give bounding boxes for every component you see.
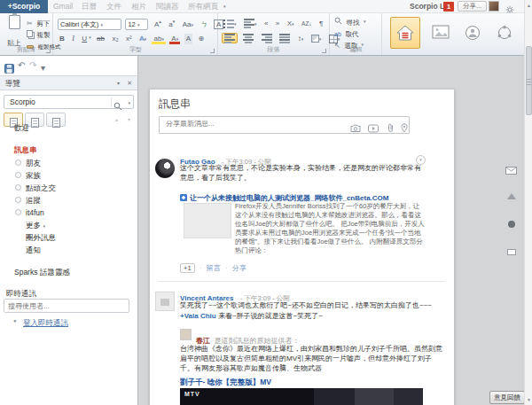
align-right-button[interactable]	[260, 34, 274, 44]
link-title[interactable]: 让一个从未接触过电脑的人测试浏览器_网络软件_cnBeta.COM	[190, 194, 388, 202]
share-button[interactable]: 分享...	[458, 1, 487, 12]
sidebar-item-friends[interactable]: 朋友	[26, 158, 41, 168]
plus-one-button[interactable]: +1	[180, 263, 195, 273]
chat-signin-link[interactable]: 登入即時通訊	[23, 317, 68, 328]
scroll-down-arrow-icon[interactable]: ▼	[525, 397, 532, 402]
video-link[interactable]: 劉子千- 唸你【完整版】MV	[180, 378, 271, 388]
outdent-button[interactable]: «	[262, 19, 270, 29]
highlight-button[interactable]: ab▾	[152, 34, 165, 44]
align-center-button[interactable]	[241, 34, 255, 44]
menu-more-caret-icon[interactable]: ▾	[223, 0, 226, 13]
avatar[interactable]	[155, 159, 175, 178]
pane-menu-caret-icon[interactable]: ▾	[117, 76, 120, 90]
italic-button[interactable]: I	[70, 34, 76, 44]
menu-docs[interactable]: 文件	[106, 0, 121, 13]
copy-button[interactable]: 複製	[27, 27, 50, 38]
scrollbar-thumb[interactable]	[526, 46, 532, 115]
qat-caret-icon[interactable]: ▾	[41, 63, 45, 74]
rail-scroll-top-icon[interactable]	[507, 193, 516, 199]
profile-button[interactable]	[458, 17, 488, 49]
chat-search-input[interactable]	[4, 299, 129, 313]
sidebar-item-stream[interactable]: 訊息串	[14, 144, 37, 155]
justify-button[interactable]	[278, 34, 292, 44]
home-button[interactable]	[390, 17, 420, 49]
paragraph-dialog-launcher[interactable]	[322, 49, 326, 53]
undo-button[interactable]: ↶	[18, 60, 25, 71]
link-thumbnail[interactable]	[184, 203, 231, 238]
find-button[interactable]: 尋找 ▾	[334, 15, 365, 26]
ribbon-group-clipboard: 貼上 ▾ ✂ 剪下 複製 複製格式 剪貼簿	[0, 13, 53, 55]
enclose-characters-button[interactable]: ⊕	[196, 34, 206, 44]
menu-calendar[interactable]: 日曆	[82, 0, 97, 13]
prev-result-arrow-icon[interactable]: ▴	[115, 116, 118, 122]
strikethrough-button[interactable]: ab	[95, 34, 106, 44]
replace-button[interactable]: ab 取代	[334, 27, 358, 37]
menu-gmail[interactable]: Gmail	[53, 0, 73, 13]
pane-search-input[interactable]	[8, 97, 97, 107]
bullets-button[interactable]: ▾	[222, 19, 239, 29]
comment-link[interactable]: 留言	[207, 264, 221, 272]
location-icon[interactable]	[401, 121, 408, 136]
share-link[interactable]: 分享	[232, 264, 246, 272]
menu-photos[interactable]: 相片	[131, 0, 146, 13]
pane-close-icon[interactable]: ✕	[127, 76, 132, 90]
search-caret-icon[interactable]: ▾	[128, 100, 130, 105]
rail-dot-icon[interactable]	[508, 221, 515, 228]
subscript-button[interactable]: x₂	[110, 34, 120, 44]
link-icon[interactable]	[387, 121, 395, 136]
stream-title: 訊息串	[159, 97, 191, 112]
scrollbar[interactable]: ▲ ▼	[524, 0, 532, 405]
share-box[interactable]	[159, 116, 410, 134]
menu-web[interactable]: 所有網頁	[188, 0, 218, 13]
circles-button[interactable]	[489, 17, 520, 49]
tab-browse-results[interactable]	[46, 113, 66, 127]
sidebar-item-more[interactable]: 更多 ▾	[26, 220, 45, 231]
photos-button[interactable]	[426, 17, 456, 49]
avatar[interactable]	[155, 292, 175, 311]
menu-reader[interactable]: 閱讀器	[156, 0, 179, 13]
phonetic-guide-button[interactable]: ㄅ	[199, 19, 209, 30]
text-effects-button[interactable]: A▾	[137, 34, 148, 44]
tab-scorpio[interactable]: +Scorpio	[0, 0, 48, 13]
chat-section-title: 即時通訊	[6, 288, 36, 299]
sidebar-item-incoming[interactable]: 圈外訊息	[26, 232, 56, 243]
font-color-button[interactable]: A▾	[169, 34, 180, 44]
underline-button[interactable]: U	[80, 34, 89, 44]
cut-button[interactable]: ✂ 剪下	[27, 16, 50, 27]
mention-link[interactable]: +Vala Chiu	[180, 312, 216, 320]
shrink-font-button[interactable]: a▾	[167, 16, 176, 27]
notification-badge[interactable]: 1	[443, 2, 454, 12]
reshare-avatar[interactable]	[180, 329, 192, 340]
align-left-button[interactable]	[222, 33, 238, 43]
character-shading-button[interactable]: A	[184, 34, 192, 44]
scroll-up-arrow-icon[interactable]: ▲	[525, 3, 532, 8]
ribbon-group-paragraph: ▾ ▾ « » X▾ AZ↓ ¶ ↕▾ ▾ ▾ 段落	[218, 13, 330, 55]
bold-button[interactable]: B	[58, 34, 66, 44]
font-dialog-launcher[interactable]	[210, 49, 215, 53]
profile-icon	[465, 25, 481, 41]
feedback-button[interactable]: 意見回饋	[489, 391, 525, 404]
sidebar-item-acquaintances[interactable]: 點頭之交	[26, 183, 56, 193]
share-input[interactable]	[164, 119, 306, 129]
sidebar-item-sparks[interactable]: Sparks 話題靈感	[14, 267, 70, 277]
rail-panel-icon[interactable]	[507, 249, 516, 255]
sidebar-item-following[interactable]: 追蹤	[26, 195, 41, 206]
superscript-button[interactable]: x²	[124, 34, 134, 44]
next-result-arrow-icon[interactable]: ▾	[128, 116, 130, 122]
video-thumbnail[interactable]: MTV	[180, 388, 423, 405]
camera-icon[interactable]	[350, 121, 361, 136]
line-spacing-button[interactable]: ↕▾	[296, 34, 306, 44]
grow-font-button[interactable]: A▴	[153, 16, 163, 27]
sidebar-item-notifications[interactable]: 通知	[26, 245, 41, 255]
circle-ring-icon	[15, 172, 21, 178]
sidebar-item-welcome[interactable]: 歡迎	[14, 122, 29, 133]
rail-mail-icon[interactable]	[505, 162, 517, 178]
clipboard-dialog-launcher[interactable]	[46, 49, 51, 53]
shading-button[interactable]: ▾	[309, 34, 324, 44]
sidebar-item-it4fun[interactable]: it4fun	[26, 207, 44, 218]
redo-button[interactable]: ↷	[29, 60, 36, 71]
underline-caret-icon[interactable]: ▾	[89, 35, 91, 40]
sidebar-item-family[interactable]: 家族	[26, 170, 41, 181]
avatar[interactable]	[489, 1, 499, 12]
video-icon[interactable]	[368, 121, 379, 136]
